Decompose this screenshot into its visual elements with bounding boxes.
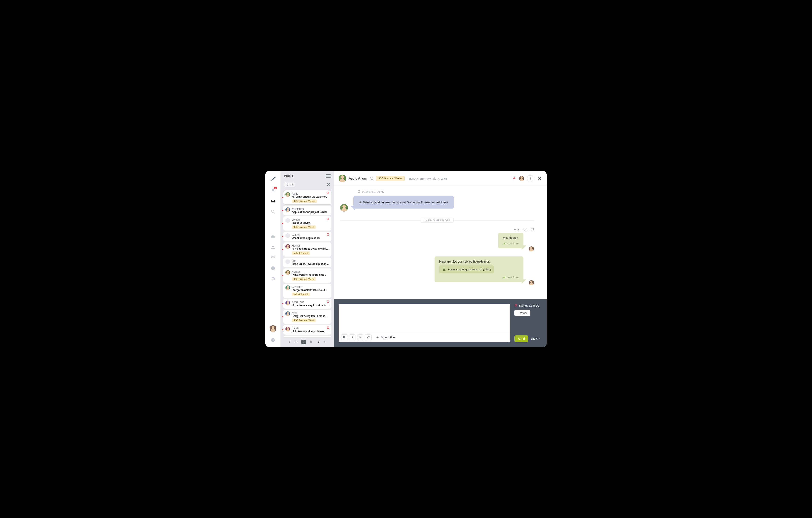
attachment-name: hostess-outfit-guidelines.pdf (24kb) bbox=[448, 268, 491, 271]
inbox-item[interactable]: MonikaI was wondering if the time got...… bbox=[283, 268, 331, 283]
chart-icon[interactable] bbox=[271, 266, 275, 270]
item-avatar bbox=[286, 327, 290, 331]
item-sender: Astrid bbox=[292, 192, 329, 195]
sms-button[interactable]: SMS bbox=[531, 337, 541, 340]
app-window: 5 ? INBOX bbox=[265, 171, 547, 347]
plus-icon bbox=[376, 336, 379, 339]
inbox-item[interactable]: GunnarUnsolicited application bbox=[283, 231, 331, 241]
svg-point-17 bbox=[327, 327, 328, 328]
attachment-chip[interactable]: hostess-outfit-guidelines.pdf (24kb) bbox=[439, 265, 494, 274]
chat-icon bbox=[530, 228, 534, 231]
left-rail: 5 ? bbox=[265, 171, 281, 347]
item-avatar bbox=[286, 218, 290, 223]
pagination: 1 2 3 4 bbox=[281, 337, 334, 347]
chevron-down-icon bbox=[539, 338, 541, 340]
italic-button[interactable]: I bbox=[349, 335, 355, 340]
item-body: MonikaI was wondering if the time got...… bbox=[292, 270, 329, 281]
inbox-header: INBOX bbox=[281, 171, 334, 180]
more-menu-button[interactable] bbox=[527, 175, 533, 181]
compose-side: Marked as ToDo Unmark Send SMS bbox=[515, 304, 542, 342]
svg-rect-2 bbox=[271, 236, 275, 238]
page-2[interactable]: 2 bbox=[301, 340, 306, 344]
flag-icon bbox=[326, 218, 329, 221]
inbox-filter-row: 13 bbox=[281, 180, 334, 190]
item-subject: Re: Your payroll bbox=[292, 221, 329, 224]
link-button[interactable] bbox=[365, 335, 372, 340]
close-conversation-icon[interactable] bbox=[537, 176, 542, 181]
svg-point-20 bbox=[530, 179, 530, 180]
message-timestamp: 20.06.2022 09:25 bbox=[357, 190, 534, 194]
current-user-avatar[interactable] bbox=[270, 325, 277, 332]
sender-avatar bbox=[340, 204, 348, 212]
inbox-title: INBOX bbox=[284, 174, 293, 178]
people-icon[interactable] bbox=[271, 245, 275, 250]
item-subject: I forgot to ask if there is a d... bbox=[292, 289, 329, 292]
unmark-button[interactable]: Unmark bbox=[515, 310, 530, 316]
inbox-item[interactable]: FriedaHi Luisa, could you please... bbox=[283, 325, 331, 335]
header-subtitle: IKIO Summerweeks CW35 bbox=[409, 177, 447, 180]
svg-point-13 bbox=[327, 234, 328, 235]
at-icon: @ bbox=[370, 176, 373, 181]
inbox-item[interactable]: RitaHello Luisa, I would like to in... bbox=[283, 258, 331, 267]
read-status: read 5 min bbox=[439, 276, 519, 279]
next-page-icon[interactable] bbox=[323, 341, 326, 343]
page-1[interactable]: 1 bbox=[294, 340, 298, 344]
assignee-avatar[interactable] bbox=[519, 176, 524, 181]
compose-input[interactable] bbox=[339, 304, 510, 333]
close-filter-icon[interactable] bbox=[326, 182, 330, 187]
item-avatar bbox=[286, 244, 290, 249]
svg-point-15 bbox=[327, 301, 328, 302]
item-body: LoreenRe: Your payrollIKIO Summer Week bbox=[292, 218, 329, 229]
list-button[interactable] bbox=[357, 335, 364, 340]
item-tag: IKIO Summer Week bbox=[292, 319, 316, 322]
item-tag: Velvet Summit bbox=[292, 293, 310, 296]
inbox-item[interactable]: LoreenRe: Your payrollIKIO Summer Week bbox=[283, 216, 331, 231]
inbox-item[interactable]: BrittaIs it okay, if I would leave a bit… bbox=[283, 336, 331, 337]
bold-button[interactable]: B bbox=[341, 335, 347, 340]
notifications-icon[interactable]: 5 bbox=[271, 188, 275, 193]
item-subject: Is it possible to swap my shift... bbox=[292, 248, 329, 250]
message-text: Here are also our new outfit guidelines. bbox=[439, 260, 519, 263]
item-sender: Loreen bbox=[292, 218, 329, 221]
help-icon[interactable]: ? bbox=[271, 338, 275, 343]
search-icon[interactable] bbox=[271, 209, 275, 214]
briefcase-icon[interactable] bbox=[271, 234, 275, 239]
prev-page-icon[interactable] bbox=[288, 341, 291, 343]
app-logo bbox=[270, 175, 277, 182]
target-icon[interactable] bbox=[271, 255, 275, 260]
settings-icon[interactable] bbox=[271, 277, 275, 281]
send-button[interactable]: Send bbox=[515, 335, 528, 342]
svg-point-18 bbox=[530, 177, 530, 178]
inbox-item[interactable]: MatsSorry, for being late, here is...IKI… bbox=[283, 310, 331, 324]
item-sender: Charlotte bbox=[292, 285, 329, 288]
message-text: Yes please! bbox=[503, 236, 519, 239]
inbox-item[interactable]: MaximilianApplication for project leader bbox=[283, 205, 331, 215]
conversation-header: Astrid Ahorn @ IKIO Summer Weeks IKIO Su… bbox=[334, 171, 547, 186]
mail-icon[interactable] bbox=[271, 199, 275, 203]
item-body: AstridHi! What should we wear for..IKIO … bbox=[292, 192, 329, 203]
item-subject: Hi, is there a way I could switch... bbox=[292, 304, 329, 307]
filter-chip[interactable]: 13 bbox=[284, 182, 295, 187]
item-subject: Sorry, for being late, here is... bbox=[292, 315, 329, 318]
svg-point-5 bbox=[272, 257, 273, 258]
flag-icon bbox=[515, 304, 517, 307]
inbox-panel: INBOX 13 AstridHi! What should we wear f… bbox=[281, 171, 334, 347]
check-icon bbox=[503, 242, 506, 245]
page-3[interactable]: 3 bbox=[309, 340, 313, 344]
inbox-item[interactable]: Anna LenaHi, is there a way I could swit… bbox=[283, 299, 331, 309]
outgoing-message: Here are also our new outfit guidelines.… bbox=[340, 256, 534, 285]
inbox-item[interactable]: HannesIs it possible to swap my shift...… bbox=[283, 242, 331, 257]
inbox-item[interactable]: AstridHi! What should we wear for..IKIO … bbox=[283, 190, 331, 205]
item-avatar bbox=[286, 259, 290, 264]
menu-icon[interactable] bbox=[326, 174, 330, 178]
todo-status: Marked as ToDo bbox=[515, 304, 542, 307]
inbox-item[interactable]: CharlotteI forgot to ask if there is a d… bbox=[283, 284, 331, 298]
item-body: MaximilianApplication for project leader bbox=[292, 207, 329, 213]
attach-file-button[interactable]: Attach File bbox=[376, 336, 395, 339]
page-4[interactable]: 4 bbox=[316, 340, 321, 344]
item-subject: Hi Luisa, could you please... bbox=[292, 330, 329, 333]
message-meta: 9 min - Chat bbox=[340, 228, 534, 231]
item-subject: Hi! What should we wear for.. bbox=[292, 195, 329, 198]
flag-icon[interactable] bbox=[512, 176, 516, 180]
header-tag[interactable]: IKIO Summer Weeks bbox=[376, 176, 404, 181]
